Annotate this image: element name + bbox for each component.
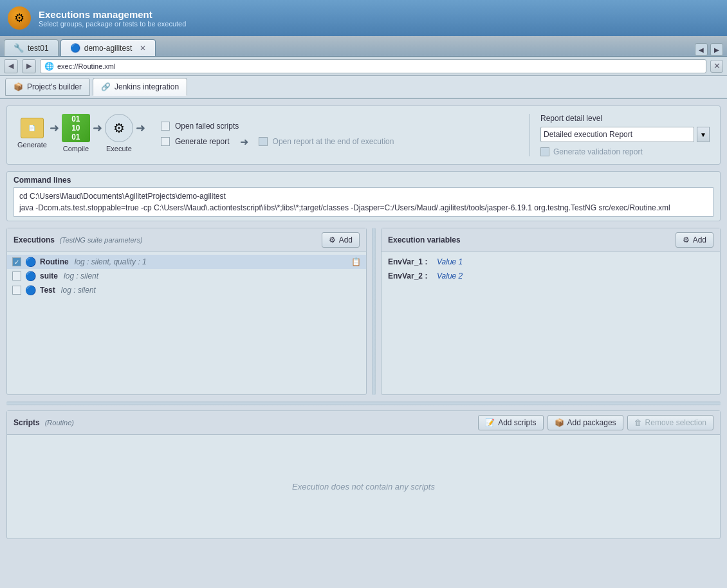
app-icon: ⚙ [8, 6, 31, 30]
exec-item-suite[interactable]: 🔵 suite log : silent [7, 269, 366, 283]
add-scripts-btn[interactable]: 📝 Add scripts [478, 415, 543, 430]
h-divider[interactable] [6, 401, 721, 405]
exec-item-routine[interactable]: ✓ 🔵 Routine log : silent, quality : 1 📋 [7, 255, 366, 269]
tab-nav-left-btn[interactable]: ◀ [695, 43, 708, 56]
no-scripts-message: Execution does not contain any scripts [292, 482, 435, 492]
executions-add-btn[interactable]: ⚙ Add [322, 232, 360, 248]
tab-demo-agilitest[interactable]: 🔵 demo-agilitest ✕ [60, 39, 156, 56]
arrow-3: ➜ [136, 121, 145, 145]
scripts-section: Scripts (Routine) 📝 Add scripts 📦 Add pa… [6, 410, 721, 539]
var-value-1: Value 1 [437, 257, 463, 266]
compile-label: Compile [63, 145, 89, 152]
test-icon: 🔵 [25, 285, 36, 295]
command-lines-section: Command lines cd C:\Users\Maud\Documents… [6, 171, 721, 221]
panel-divider[interactable] [372, 228, 376, 395]
cmd-box: cd C:\Users\Maud\Documents\AgilitetProje… [14, 187, 713, 217]
open-failed-label: Open failed scripts [175, 122, 239, 131]
var-value-2: Value 2 [437, 271, 463, 280]
generate-report-checkbox[interactable] [161, 137, 170, 146]
execute-label: Execute [106, 145, 132, 152]
add-icon: ⚙ [329, 235, 336, 244]
pipeline-section: 📄 Generate ➜ 011001 Compile ➜ ⚙ Execute … [6, 106, 721, 165]
app-title: Executions management [39, 9, 186, 20]
main-content: 📄 Generate ➜ 011001 Compile ➜ ⚙ Execute … [0, 99, 727, 588]
url-back-btn[interactable]: ◀ [4, 59, 18, 73]
app-header-text: Executions management Select groups, pac… [39, 9, 186, 28]
remove-label: Remove selection [645, 418, 706, 427]
url-close-btn[interactable]: ✕ [710, 60, 723, 73]
option-open-failed: Open failed scripts [161, 122, 394, 131]
tab-projects-builder[interactable]: 📦 Project's builder [5, 78, 90, 96]
variables-add-btn[interactable]: ⚙ Add [676, 232, 713, 248]
report-detail-select[interactable]: Detailed execution Report [540, 127, 694, 142]
test-meta: log : silent [59, 286, 96, 295]
open-end-label: Open report at the end of execution [273, 137, 394, 146]
toolbar-tabs: 📦 Project's builder 🔗 Jenkins integratio… [0, 76, 727, 99]
suite-name: suite [40, 271, 58, 280]
add-packages-btn[interactable]: 📦 Add packages [548, 415, 623, 430]
scripts-title: Scripts [14, 418, 40, 427]
projects-builder-label: Project's builder [27, 82, 82, 91]
suite-check[interactable] [12, 271, 21, 280]
var-add-icon: ⚙ [683, 235, 690, 244]
routine-meta: log : silent, quality : 1 [73, 257, 147, 266]
var-name-2: EnvVar_2 : [388, 271, 433, 280]
compile-icon: 011001 [62, 114, 90, 142]
url-input-wrap: 🌐 exec://Routine.xml [40, 59, 706, 73]
lower-panels: Executions (TestNG suite parameters) ⚙ A… [6, 228, 721, 395]
remove-selection-btn[interactable]: 🗑 Remove selection [627, 415, 713, 430]
remove-icon: 🗑 [634, 418, 642, 427]
suite-icon: 🔵 [25, 271, 36, 281]
exec-item-test[interactable]: 🔵 Test log : silent [7, 283, 366, 297]
tab-icon-demo: 🔵 [70, 43, 80, 53]
projects-builder-icon: 📦 [14, 82, 23, 91]
open-failed-checkbox[interactable] [161, 122, 170, 131]
url-forward-btn[interactable]: ▶ [22, 59, 36, 73]
report-level-label: Report detail level [540, 114, 710, 123]
arrow-2: ➜ [93, 121, 102, 145]
var-name-1: EnvVar_1 : [388, 257, 433, 266]
tab-close-demo[interactable]: ✕ [140, 44, 146, 53]
url-icon: 🌐 [44, 62, 54, 71]
pipeline-right: Report detail level Detailed execution R… [529, 114, 710, 156]
select-wrap: Detailed execution Report ▼ [540, 127, 710, 142]
scripts-header: Scripts (Routine) 📝 Add scripts 📦 Add pa… [7, 411, 720, 435]
executions-title-wrap: Executions (TestNG suite parameters) [14, 235, 143, 244]
pipeline-step-execute: ⚙ Execute [105, 114, 133, 152]
tab-label-test01: test01 [28, 44, 49, 53]
executions-title: Executions [14, 235, 55, 244]
test-check[interactable] [12, 286, 21, 295]
jenkins-integration-label: Jenkins integration [115, 82, 179, 91]
var-item-1: EnvVar_1 : Value 1 [382, 255, 720, 269]
report-arrow: ➜ [240, 136, 248, 148]
executions-subtitle: (TestNG suite parameters) [59, 236, 142, 244]
cmd-title: Command lines [14, 176, 713, 185]
scripts-subtitle: (Routine) [45, 419, 74, 427]
cmd-line-1: cd C:\Users\Maud\Documents\AgilitetProje… [19, 190, 708, 202]
variables-panel: Execution variables ⚙ Add EnvVar_1 : Val… [381, 228, 721, 395]
tab-jenkins-integration[interactable]: 🔗 Jenkins integration [93, 78, 187, 96]
option-generate-report: Generate report ➜ Open report at the end… [161, 136, 394, 148]
executions-add-label: Add [339, 235, 353, 244]
select-arrow-btn[interactable]: ▼ [697, 127, 710, 142]
tab-test01[interactable]: 🔧 test01 [4, 39, 59, 56]
open-end-checkbox[interactable] [259, 137, 268, 146]
routine-check[interactable]: ✓ [12, 257, 21, 266]
validation-checkbox[interactable] [540, 147, 549, 156]
url-text: exec://Routine.xml [57, 62, 115, 70]
variables-list: EnvVar_1 : Value 1 EnvVar_2 : Value 2 [382, 252, 720, 394]
add-scripts-label: Add scripts [498, 418, 536, 427]
routine-edit-icon[interactable]: 📋 [351, 257, 361, 266]
routine-icon: 🔵 [25, 257, 36, 267]
var-item-2: EnvVar_2 : Value 2 [382, 269, 720, 283]
url-bar: ◀ ▶ 🌐 exec://Routine.xml ✕ [0, 57, 727, 76]
generate-report-label: Generate report [175, 137, 230, 146]
add-packages-label: Add packages [567, 418, 616, 427]
suite-meta: log : silent [62, 271, 98, 280]
tab-icon-test01: 🔧 [14, 43, 24, 53]
app-subtitle: Select groups, package or tests to be ex… [39, 20, 186, 28]
pipeline-left: 📄 Generate ➜ 011001 Compile ➜ ⚙ Execute … [17, 114, 519, 152]
variables-title: Execution variables [388, 235, 461, 244]
tab-nav-right-btn[interactable]: ▶ [710, 43, 723, 56]
executions-panel-header: Executions (TestNG suite parameters) ⚙ A… [7, 228, 366, 252]
